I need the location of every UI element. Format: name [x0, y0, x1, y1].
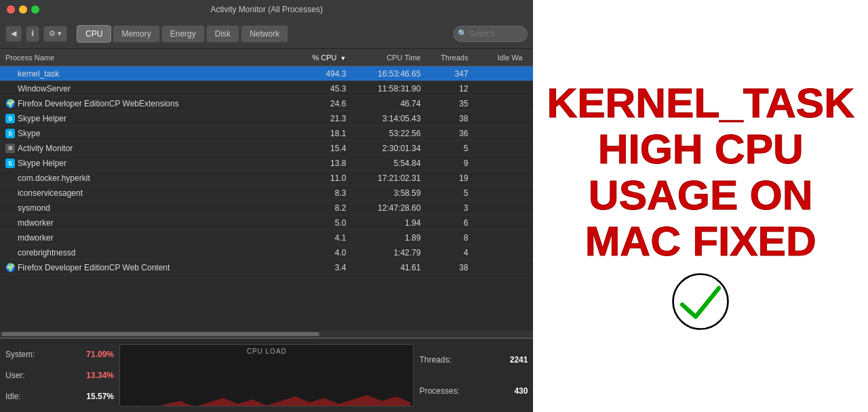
cpu-percent: 45.3 [297, 84, 351, 94]
right-panel: KERNEL_TASK HIGH CPU USAGE ON MAC FIXED [533, 0, 868, 412]
table-row[interactable]: WindowServer 45.3 11:58:31.90 12 [0, 81, 533, 96]
cpu-percent: 13.8 [297, 159, 351, 168]
threads-label: Threads: [419, 355, 451, 365]
maximize-button[interactable] [31, 5, 39, 14]
table-row[interactable]: 🌍Firefox Developer EditionCP Web Content… [0, 260, 533, 275]
col-cpu[interactable]: % CPU ▼ [297, 54, 351, 62]
cpu-time: 16:53:46.65 [351, 69, 426, 79]
stat-idle: Idle: 15.57% [5, 392, 114, 401]
tab-disk[interactable]: Disk [206, 25, 239, 43]
search-icon: 🔍 [458, 29, 467, 38]
gear-icon: ⚙ ▾ [49, 29, 62, 38]
default-icon [5, 248, 15, 258]
firefox-icon: 🌍 [5, 263, 15, 272]
stat-threads: Threads: 2241 [419, 355, 528, 365]
table-row[interactable]: SSkype Helper 21.3 3:14:05.43 38 [0, 111, 533, 126]
threads: 35 [426, 99, 473, 108]
skype-icon: S [5, 129, 15, 138]
tab-cpu[interactable]: CPU [77, 25, 111, 43]
user-label: User: [5, 371, 25, 380]
process-name: iconservicesagent [5, 188, 297, 198]
cpu-time: 41.61 [351, 263, 426, 272]
cpu-time: 12:47:28.60 [351, 203, 426, 213]
table-row[interactable]: mdworker 5.0 1.94 6 [0, 215, 533, 230]
minimize-button[interactable] [19, 5, 27, 14]
default-icon [5, 233, 15, 243]
cpu-time: 17:21:02.31 [351, 173, 426, 183]
back-icon: ◀ [11, 29, 16, 38]
traffic-lights [7, 5, 39, 14]
checkmark-container [670, 271, 731, 332]
default-icon [5, 203, 15, 213]
table-row[interactable]: kernel_task 494.3 16:53:46.65 347 [0, 66, 533, 81]
threads: 38 [426, 114, 473, 123]
info-icon: ℹ [31, 29, 34, 38]
col-idle-wake[interactable]: Idle Wa [473, 54, 528, 62]
process-name: SSkype [5, 129, 297, 138]
cpu-percent: 494.3 [297, 69, 351, 79]
threads: 4 [426, 248, 473, 258]
scroll-thumb[interactable] [1, 332, 319, 336]
tab-network[interactable]: Network [241, 25, 288, 43]
horizontal-scrollbar[interactable] [0, 331, 533, 337]
threads: 9 [426, 159, 473, 168]
toolbar: ◀ ℹ ⚙ ▾ CPU Memory Energy Disk Network 🔍 [0, 19, 533, 49]
table-row[interactable]: com.docker.hyperkit 11.0 17:21:02.31 19 [0, 171, 533, 186]
threads: 5 [426, 144, 473, 153]
cpu-percent: 4.1 [297, 233, 351, 243]
chart-svg [123, 356, 410, 407]
headline-line2: HIGH CPU [598, 126, 804, 172]
col-process-name: Process Name [5, 54, 297, 62]
checkmark-icon [670, 271, 731, 332]
processes-value: 430 [514, 386, 528, 396]
table-row[interactable]: mdworker 4.1 1.89 8 [0, 230, 533, 245]
tab-memory[interactable]: Memory [113, 25, 159, 43]
stat-user: User: 13.34% [5, 371, 114, 380]
table-row[interactable]: 🌍Firefox Developer EditionCP WebExtensio… [0, 96, 533, 111]
chart-area [123, 356, 410, 407]
cpu-time: 3:58.59 [351, 188, 426, 198]
cpu-time: 3:14:05.43 [351, 114, 426, 123]
col-cpu-time[interactable]: CPU Time [351, 54, 426, 62]
threads: 36 [426, 129, 473, 138]
table-row[interactable]: SSkype Helper 13.8 5:54.84 9 [0, 156, 533, 171]
threads: 6 [426, 218, 473, 228]
cpu-stats-left: System: 71.09% User: 13.34% Idle: 15.57% [5, 344, 114, 407]
gear-button[interactable]: ⚙ ▾ [43, 26, 67, 42]
table-row[interactable]: iconservicesagent 8.3 3:58.59 5 [0, 186, 533, 201]
close-button[interactable] [7, 5, 15, 14]
idle-value: 15.57% [86, 392, 114, 401]
tab-energy[interactable]: Energy [161, 25, 205, 43]
stats-bar: System: 71.09% User: 13.34% Idle: 15.57%… [0, 337, 533, 412]
process-name: mdworker [5, 233, 297, 243]
table-row[interactable]: corebrightnessd 4.0 1:42.79 4 [0, 245, 533, 260]
skype-icon: S [5, 159, 15, 168]
process-name: 🌍Firefox Developer EditionCP WebExtensio… [5, 99, 297, 108]
cpu-percent: 5.0 [297, 218, 351, 228]
system-label: System: [5, 350, 35, 359]
cpu-time: 5:54.84 [351, 159, 426, 168]
headline-line4: MAC FIXED [585, 218, 816, 264]
process-name: SSkype Helper [5, 114, 297, 123]
col-threads[interactable]: Threads [426, 54, 473, 62]
threads: 12 [426, 84, 473, 94]
process-name: ⊞Activity Monitor [5, 144, 297, 153]
cpu-stats-right: Threads: 2241 Processes: 430 [419, 344, 528, 407]
default-icon [5, 218, 15, 228]
table-row[interactable]: ⊞Activity Monitor 15.4 2:30:01.34 5 [0, 141, 533, 156]
cpu-time: 1.94 [351, 218, 426, 228]
firefox-icon: 🌍 [5, 99, 15, 108]
table-row[interactable]: SSkype 18.1 53:22.56 36 [0, 126, 533, 141]
process-name: mdworker [5, 218, 297, 228]
table-row[interactable]: sysmond 8.2 12:47:28.60 3 [0, 201, 533, 215]
default-icon [5, 173, 15, 183]
threads: 38 [426, 263, 473, 272]
threads: 3 [426, 203, 473, 213]
info-button[interactable]: ℹ [26, 26, 39, 42]
svg-point-0 [673, 274, 728, 329]
process-name: WindowServer [5, 84, 297, 94]
window-title: Activity Monitor (All Processes) [211, 5, 323, 14]
back-button[interactable]: ◀ [5, 26, 22, 42]
cpu-time: 1.89 [351, 233, 426, 243]
chart-system-area [123, 395, 410, 407]
